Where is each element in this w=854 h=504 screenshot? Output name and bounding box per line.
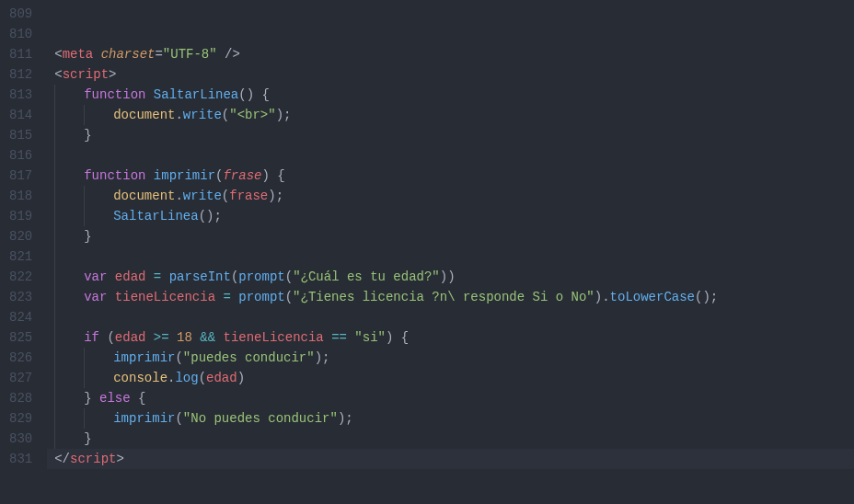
line-number: 823 bbox=[9, 287, 32, 307]
token-func: prompt bbox=[238, 290, 284, 304]
code-line[interactable]: if (edad >= 18 && tieneLicencia == "si")… bbox=[47, 327, 854, 348]
line-number: 821 bbox=[9, 246, 32, 267]
indent-guide bbox=[84, 348, 113, 368]
code-line[interactable]: imprimir("puedes conducir"); bbox=[47, 348, 854, 368]
token-punct: ). bbox=[594, 290, 610, 304]
token-tag: script bbox=[70, 452, 116, 466]
token-func: write bbox=[183, 189, 222, 203]
indent-guide bbox=[54, 408, 84, 429]
code-line[interactable]: function imprimir(frase) { bbox=[47, 166, 854, 186]
token-func: prompt bbox=[238, 269, 284, 284]
code-line[interactable]: } bbox=[47, 429, 854, 449]
token-tag: meta bbox=[63, 47, 94, 62]
code-line[interactable]: <script> bbox=[47, 64, 854, 85]
token-text bbox=[107, 269, 114, 284]
indent-guide bbox=[54, 105, 84, 125]
line-number: 825 bbox=[9, 327, 32, 348]
token-text bbox=[169, 330, 177, 345]
token-tag: script bbox=[63, 67, 109, 82]
token-func: imprimir bbox=[113, 350, 175, 365]
code-line[interactable]: </script> bbox=[47, 449, 854, 469]
code-line[interactable]: SaltarLinea(); bbox=[47, 206, 854, 226]
code-line[interactable]: console.log(edad) bbox=[47, 368, 854, 388]
code-line[interactable]: var tieneLicencia = prompt("¿Tienes lice… bbox=[47, 287, 854, 307]
indent-guide bbox=[54, 368, 84, 388]
token-obj: console bbox=[113, 371, 167, 385]
indent-guide bbox=[84, 206, 113, 226]
token-punct: ( bbox=[222, 108, 229, 122]
line-number: 828 bbox=[9, 388, 32, 408]
indent-guide bbox=[54, 145, 84, 166]
token-ident: edad bbox=[206, 371, 237, 385]
line-number: 812 bbox=[9, 64, 32, 85]
line-number: 830 bbox=[9, 429, 32, 449]
line-number: 815 bbox=[9, 125, 32, 145]
code-line[interactable] bbox=[47, 307, 854, 327]
code-area[interactable]: <meta charset="UTF-8" /><script> functio… bbox=[47, 0, 854, 504]
token-string: "¿Tienes licencia ?n\ responde Si o No" bbox=[293, 290, 594, 304]
line-number: 814 bbox=[9, 105, 32, 125]
token-op: && bbox=[200, 330, 215, 345]
code-line[interactable]: <meta charset="UTF-8" /> bbox=[47, 44, 854, 64]
code-line[interactable] bbox=[47, 4, 854, 24]
token-text bbox=[145, 87, 153, 102]
token-text bbox=[161, 269, 168, 284]
token-punct: } bbox=[84, 391, 99, 406]
token-text bbox=[145, 330, 153, 345]
token-punct: < bbox=[54, 47, 62, 62]
token-ident: edad bbox=[115, 330, 146, 345]
token-func: write bbox=[183, 108, 222, 122]
token-func: parseInt bbox=[169, 269, 231, 284]
token-punct: ) { bbox=[386, 330, 409, 345]
token-op: == bbox=[331, 330, 347, 345]
line-number: 819 bbox=[9, 206, 32, 226]
code-editor[interactable]: 8098108118128138148158168178188198208218… bbox=[0, 0, 854, 504]
line-number: 810 bbox=[9, 24, 32, 44]
token-punct: } bbox=[84, 431, 91, 446]
indent-guide bbox=[54, 85, 84, 105]
code-line[interactable]: document.write(frase); bbox=[47, 186, 854, 206]
indent-guide bbox=[54, 307, 84, 327]
code-line[interactable] bbox=[47, 246, 854, 267]
line-number: 811 bbox=[9, 44, 32, 64]
token-ident: edad bbox=[115, 269, 146, 284]
token-string: "¿Cuál es tu edad?" bbox=[293, 269, 440, 284]
line-number: 813 bbox=[9, 85, 32, 105]
code-line[interactable]: } bbox=[47, 226, 854, 246]
token-punct: ); bbox=[315, 350, 330, 365]
token-func: SaltarLinea bbox=[154, 87, 238, 102]
token-punct: . bbox=[175, 108, 182, 122]
line-number-gutter: 8098108118128138148158168178188198208218… bbox=[0, 0, 47, 504]
indent-guide bbox=[54, 267, 84, 287]
token-string: "puedes conducir" bbox=[183, 350, 315, 365]
indent-guide bbox=[84, 186, 113, 206]
token-punct: ( bbox=[175, 411, 182, 426]
line-number: 831 bbox=[9, 449, 32, 469]
token-attr: charset bbox=[101, 47, 156, 62]
token-punct: (); bbox=[199, 209, 222, 223]
line-number: 816 bbox=[9, 145, 32, 166]
code-line[interactable]: } else { bbox=[47, 388, 854, 408]
token-text bbox=[215, 330, 223, 345]
code-line[interactable]: var edad = parseInt(prompt("¿Cuál es tu … bbox=[47, 267, 854, 287]
token-punct: () { bbox=[238, 87, 270, 102]
token-text bbox=[93, 47, 100, 62]
token-keyword: else bbox=[99, 391, 131, 406]
code-line[interactable]: imprimir("No puedes conducir"); bbox=[47, 408, 854, 429]
code-line[interactable]: } bbox=[47, 125, 854, 145]
code-line[interactable]: document.write("<br>"); bbox=[47, 105, 854, 125]
token-punct: ( bbox=[285, 269, 293, 284]
indent-guide bbox=[54, 348, 84, 368]
token-func: imprimir bbox=[154, 168, 215, 183]
code-line[interactable]: function SaltarLinea() { bbox=[47, 85, 854, 105]
token-func: SaltarLinea bbox=[113, 209, 198, 223]
indent-guide bbox=[54, 226, 84, 246]
token-obj: document bbox=[113, 108, 175, 122]
indent-guide bbox=[54, 186, 84, 206]
indent-guide bbox=[84, 408, 113, 429]
code-line[interactable] bbox=[47, 24, 854, 44]
token-string: "si" bbox=[354, 330, 386, 345]
code-line[interactable] bbox=[47, 145, 854, 166]
indent-guide bbox=[54, 388, 84, 408]
token-func: toLowerCase bbox=[610, 290, 695, 304]
